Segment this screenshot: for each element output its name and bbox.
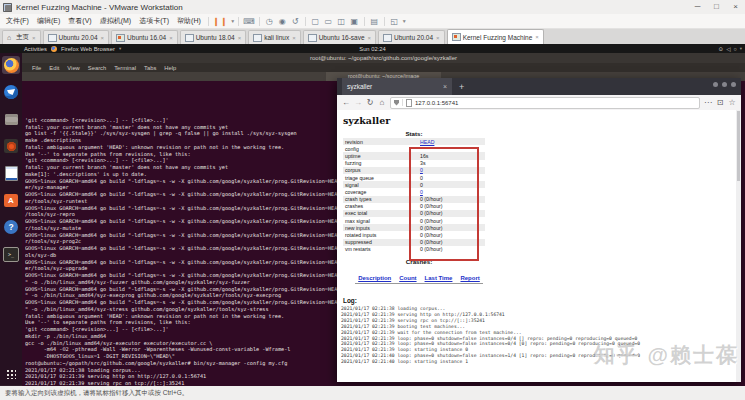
dock-help[interactable]: ? [2,218,20,236]
console-view-icon[interactable]: ▤ [368,17,381,26]
volume-icon[interactable]: ◁ [726,46,730,52]
url-text[interactable]: 127.0.0.1:56741 [415,100,458,106]
browser-scrollbar[interactable] [736,110,741,382]
take-snapshot-icon[interactable]: ◉ [276,17,289,26]
menu-item[interactable]: 选项卡(T) [135,16,173,26]
vm-tab[interactable]: Ubuntu 16-save × [303,30,376,44]
close-button[interactable]: × [726,0,745,14]
stat-label: vm restarts [343,246,415,252]
revert-snapshot-icon[interactable]: ↺ [289,17,302,26]
terminal-menu-item[interactable]: View [63,65,83,71]
vm-tab[interactable]: Ubuntu 20.04 × [43,30,110,44]
reload-button[interactable]: ↻ [366,98,374,107]
minimize-button[interactable]: ─ [688,0,707,14]
menu-item[interactable]: 虚拟机(M) [96,16,136,26]
crashes-column-link[interactable]: Last Time [425,275,453,281]
menu-item[interactable]: 查看(V) [64,16,95,26]
new-tab-button[interactable]: + [459,82,464,92]
ctrl-alt-del-icon[interactable]: ⌨ [242,17,256,26]
terminal-menu-item[interactable]: Search [84,65,110,71]
menu-item[interactable]: 文件(F) [2,16,33,26]
stat-label: corpus [343,167,415,173]
terminal-menu-item[interactable]: Edit [45,65,63,71]
library-icon[interactable]: ⊡ [716,98,724,107]
log-lines: 2021/01/17 02:21:38 loading corpus...202… [341,306,736,365]
tab-close-icon[interactable]: × [443,83,447,90]
bookmark-star-icon[interactable]: ☆ [728,98,736,107]
app-view-icon[interactable]: ▣ [348,17,361,26]
show-thumbnail-bar-icon[interactable]: ▭ [322,17,335,26]
dock-files[interactable] [2,110,20,128]
tab-close-icon[interactable]: × [238,35,242,41]
accessibility-icon[interactable]: ⊙ [719,46,724,52]
tab-close-icon[interactable]: × [169,35,173,41]
stat-label: coverage [343,189,415,195]
dock-libreoffice-writer[interactable] [2,164,20,182]
tab-close-icon[interactable]: × [535,34,539,40]
terminal-titlebar[interactable]: root@ubuntu: ~/gopath/src/github.com/goo… [22,53,745,63]
stat-value[interactable]: HEAD [415,139,434,145]
terminal-menu-item[interactable]: File [28,65,45,71]
menu-item[interactable]: 编辑(E) [33,16,64,26]
stat-label: revision [343,139,415,145]
vmware-menubar: 文件(F)编辑(E)查看(V)虚拟机(M)选项卡(T)帮助(H) ❙❙ ▼ ⌨ … [0,14,745,29]
fullscreen-icon[interactable]: ◱ [388,17,401,26]
back-button[interactable]: ← [342,98,350,107]
browser-tab[interactable]: syzkaller × [342,78,452,95]
page-actions-icon[interactable]: ⋯ [704,98,712,107]
stats-heading: Stats: [343,130,485,137]
vm-tab[interactable]: Kernel Fuzzing Machine × [447,29,544,44]
console-layout-icon[interactable]: ◫ [335,17,348,26]
panel-clock[interactable]: Sun 02:24 [0,46,745,52]
power-icon[interactable]: ○ [733,46,736,52]
terminal-menu-item[interactable]: Help [160,65,180,71]
system-menu-chevron-icon[interactable]: ▾ [740,46,742,51]
stat-label: crash types [343,196,415,202]
tab-close-icon[interactable]: × [292,35,296,41]
dock-ubuntu-software[interactable]: A [2,191,20,209]
terminal-menu-item[interactable]: Terminal [110,65,140,71]
vm-tab-label: 主页 [16,33,29,42]
crashes-column-link[interactable]: Count [399,275,416,281]
vm-tab-label: kali linux [264,34,289,41]
firefox-window-controls[interactable] [713,82,736,87]
tracking-shield-icon[interactable] [394,100,399,106]
menu-item[interactable]: 帮助(H) [173,16,205,26]
stat-label: signal [343,182,415,188]
pause-dropdown-icon[interactable]: ▼ [230,18,235,24]
tab-close-icon[interactable]: × [32,35,36,41]
vm-tab[interactable]: Ubuntu 18.04 × [180,30,247,44]
terminal-icon: >_ [3,247,19,262]
vm-tab-label: Kernel Fuzzing Machine [463,34,533,41]
vm-tab[interactable]: Ubuntu 20.04 × [378,30,445,44]
show-library-icon[interactable]: ▢ [309,17,322,26]
forward-button[interactable]: → [354,98,362,107]
tab-close-icon[interactable]: × [436,35,440,41]
crashes-column-link[interactable]: Report [460,275,479,281]
dock-terminal[interactable]: >_ [2,245,20,263]
home-button[interactable]: ⌂ [378,98,386,107]
snapshot-clock-icon[interactable]: ◷ [263,17,276,26]
vm-tab-label: Ubuntu 18.04 [196,34,235,41]
show-applications-button[interactable] [0,368,22,380]
vm-tab[interactable]: 主页 × [2,30,41,44]
tab-close-icon[interactable]: × [368,35,372,41]
pause-vm-button[interactable]: ❙❙ [212,17,229,26]
fullscreen-dropdown-icon[interactable]: ▼ [402,18,407,24]
vm-screen-icon [185,34,194,42]
vm-screen-icon [383,34,392,42]
dock-firefox[interactable] [2,56,20,74]
vmware-workstation-window: Kernel Fuzzing Machine - VMware Workstat… [0,0,745,400]
terminal-menu-item[interactable]: Tabs [140,65,160,71]
stat-label: config [343,146,415,152]
dock-thunderbird[interactable] [2,83,20,101]
crashes-section: Crashes: DescriptionCountLast TimeReport [343,258,495,284]
tab-close-icon[interactable]: × [101,35,105,41]
url-bar[interactable]: 127.0.0.1:56741 [390,97,700,109]
vm-tab[interactable]: Ubuntu 16.04 × [111,30,178,44]
crashes-column-link[interactable]: Description [358,275,391,281]
dock-rhythmbox[interactable] [2,137,20,155]
page-info-icon[interactable] [406,99,412,107]
maximize-button[interactable]: □ [707,0,726,14]
vm-tab[interactable]: kali linux × [248,30,300,44]
